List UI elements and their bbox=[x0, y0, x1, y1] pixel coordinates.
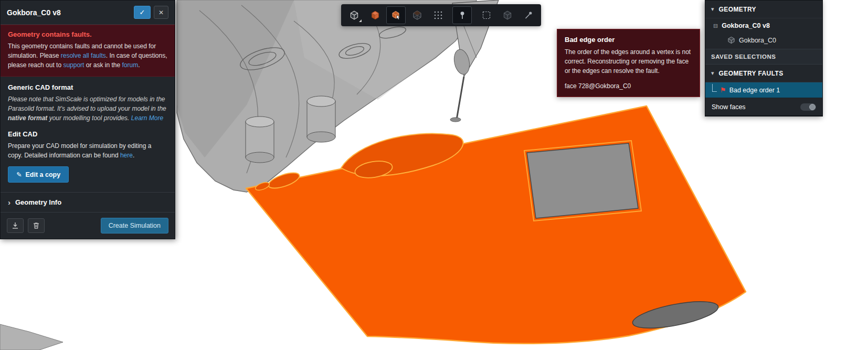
panel-header: Gokbora_C0 v8 ✓ ✕ bbox=[1, 1, 175, 25]
fault-flag-icon: ⚑ bbox=[720, 86, 726, 94]
tree-child-label: Gokbora_C0 bbox=[739, 37, 776, 44]
geometry-section-header[interactable]: ▾ GEOMETRY bbox=[705, 1, 822, 18]
forum-link[interactable]: forum bbox=[122, 61, 138, 69]
tooltip-face-ref: face 728@Gokbora_C0 bbox=[565, 82, 692, 90]
saved-selections-header[interactable]: SAVED SELECTIONS bbox=[705, 49, 822, 65]
collapse-box-icon: ⊟ bbox=[713, 23, 718, 29]
view-cube-menu-tool[interactable] bbox=[344, 6, 364, 24]
dashed-box-icon bbox=[481, 10, 492, 20]
warning-title: Geometry contains faults. bbox=[8, 30, 167, 38]
solid-color-display-tool[interactable] bbox=[365, 6, 385, 24]
select-geometry-tool[interactable] bbox=[386, 6, 406, 24]
edit-a-copy-button[interactable]: ✎ Edit a copy bbox=[8, 166, 69, 183]
panel-title: Gokbora_C0 v8 bbox=[7, 8, 131, 17]
geometry-info-expander[interactable]: › Geometry Info bbox=[1, 192, 175, 213]
show-faces-toggle[interactable] bbox=[800, 103, 816, 111]
confirm-button[interactable]: ✓ bbox=[134, 6, 151, 19]
download-button[interactable] bbox=[7, 218, 24, 233]
dropdown-corner-icon bbox=[359, 19, 362, 22]
tooltip-body: The order of the edges around a vertex i… bbox=[565, 47, 692, 76]
fault-item-label: Bad edge order 1 bbox=[729, 87, 780, 94]
edit-cad-title: Edit CAD bbox=[8, 130, 167, 138]
panel-footer: Create Simulation bbox=[1, 213, 175, 239]
here-link[interactable]: here bbox=[120, 152, 133, 159]
simscale-workbench: Gokbora_C0 v8 ✓ ✕ Geometry contains faul… bbox=[0, 0, 868, 350]
generic-cad-body: Please note that SimScale is optimized f… bbox=[8, 94, 167, 123]
support-link[interactable]: support bbox=[63, 61, 84, 69]
model-fragment[interactable] bbox=[0, 324, 63, 350]
probe-point-tool[interactable] bbox=[452, 6, 472, 24]
view-cube-icon bbox=[349, 10, 359, 20]
cad-format-section: Generic CAD format Please note that SimS… bbox=[1, 77, 175, 192]
geometry-header-label: GEOMETRY bbox=[719, 6, 756, 13]
resolve-all-faults-link[interactable]: resolve all faults bbox=[61, 52, 106, 59]
vertex-grid-icon bbox=[433, 10, 443, 20]
probe-pin-icon bbox=[457, 10, 468, 20]
cad-text-bold: native format bbox=[8, 114, 47, 122]
edit-pencil-icon: ✎ bbox=[16, 171, 22, 178]
bad-edge-order-tooltip: Bad edge order The order of the edges ar… bbox=[557, 29, 700, 97]
vertex-display-tool[interactable] bbox=[428, 6, 448, 24]
orange-cube-icon bbox=[370, 10, 380, 20]
box-select-tool[interactable] bbox=[477, 6, 496, 24]
tree-root-label: Gokbora_C0 v8 bbox=[722, 22, 770, 29]
download-icon bbox=[11, 221, 19, 230]
tooltip-title: Bad edge order bbox=[565, 36, 692, 44]
chevron-down-icon: ▾ bbox=[711, 70, 714, 77]
close-icon: ✕ bbox=[158, 9, 164, 16]
scene-tree-panel: ▾ GEOMETRY ⊟ Gokbora_C0 v8 Gokbora_C0 SA… bbox=[705, 0, 823, 116]
viewer-toolbar bbox=[341, 4, 541, 26]
close-button[interactable]: ✕ bbox=[154, 6, 168, 19]
trash-icon bbox=[32, 221, 40, 230]
panel-patch[interactable] bbox=[527, 143, 638, 218]
pin-probe-tool[interactable] bbox=[518, 6, 538, 24]
fault-item-bad-edge-order[interactable]: ⚑ Bad edge order 1 bbox=[705, 82, 822, 98]
generic-cad-title: Generic CAD format bbox=[8, 83, 167, 91]
saved-selections-label: SAVED SELECTIONS bbox=[711, 54, 776, 60]
warning-text: . bbox=[138, 61, 140, 69]
chevron-down-icon: ▾ bbox=[711, 6, 714, 13]
faceted-render-tool[interactable] bbox=[407, 6, 427, 24]
create-simulation-button[interactable]: Create Simulation bbox=[101, 218, 168, 234]
edit-cad-text: . bbox=[133, 152, 134, 159]
slanted-pin-icon bbox=[523, 10, 534, 20]
tree-item-geometry-child[interactable]: Gokbora_C0 bbox=[705, 33, 822, 47]
cad-text: Please note that SimScale is optimized f… bbox=[8, 96, 166, 112]
warning-text: or ask in the bbox=[84, 61, 122, 69]
geometry-info-label: Geometry Info bbox=[15, 198, 61, 206]
toggle-knob bbox=[809, 104, 816, 110]
hidden-cube-icon bbox=[502, 10, 513, 20]
warning-body: This geometry contains faults and cannot… bbox=[8, 41, 167, 70]
faceted-sphere-icon bbox=[412, 10, 422, 20]
tree-item-geometry-root[interactable]: ⊟ Gokbora_C0 v8 bbox=[705, 18, 822, 33]
edit-cad-body: Prepare your CAD model for simulation by… bbox=[8, 141, 167, 160]
geometry-faults-warning: Geometry contains faults. This geometry … bbox=[1, 25, 175, 77]
geometry-faults-label: GEOMETRY FAULTS bbox=[719, 70, 784, 77]
select-cube-cursor-icon bbox=[391, 10, 401, 20]
tree-connector bbox=[712, 84, 717, 92]
edit-a-copy-label: Edit a copy bbox=[25, 171, 60, 178]
show-faces-row: Show faces bbox=[705, 98, 822, 116]
learn-more-link[interactable]: Learn More bbox=[131, 114, 163, 122]
show-faces-label: Show faces bbox=[712, 103, 746, 111]
check-icon: ✓ bbox=[140, 8, 145, 16]
cube-icon bbox=[727, 36, 735, 44]
hidden-geometry-tool[interactable] bbox=[497, 6, 517, 24]
cad-text: your modelling tool provides. bbox=[47, 114, 131, 122]
chevron-right-icon: › bbox=[8, 200, 10, 205]
delete-button[interactable] bbox=[28, 218, 45, 233]
geometry-detail-panel: Gokbora_C0 v8 ✓ ✕ Geometry contains faul… bbox=[0, 0, 175, 239]
geometry-faults-header[interactable]: ▾ GEOMETRY FAULTS bbox=[705, 65, 822, 82]
